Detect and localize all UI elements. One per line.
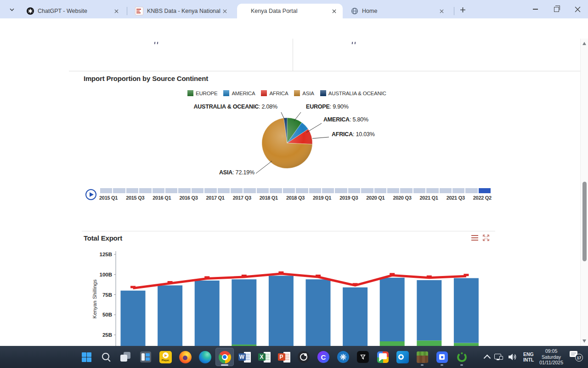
expand-fullscreen-icon[interactable] bbox=[483, 235, 489, 241]
google-chat-icon bbox=[377, 351, 389, 363]
export-bar[interactable] bbox=[195, 281, 220, 346]
tab-close-button[interactable] bbox=[437, 7, 446, 15]
tab-chatgpt[interactable]: ChatGPT - Website bbox=[22, 4, 125, 18]
export-bar[interactable] bbox=[343, 288, 368, 346]
timeline-segment[interactable] bbox=[231, 188, 243, 193]
close-window-button[interactable] bbox=[567, 0, 588, 18]
timeline-segment[interactable] bbox=[426, 188, 438, 193]
start-button[interactable] bbox=[77, 348, 96, 366]
minimize-button[interactable] bbox=[525, 0, 546, 18]
network-icon[interactable] bbox=[494, 353, 503, 361]
timeline-segment[interactable] bbox=[361, 188, 373, 193]
scrollbar-thumb[interactable] bbox=[582, 182, 587, 261]
tab-kenya-data-portal[interactable]: Kenya Data Portal bbox=[237, 4, 343, 18]
pie-label-europe: EUROPE: 9.90% bbox=[306, 104, 349, 110]
restore-button[interactable] bbox=[546, 0, 567, 18]
obs-button[interactable] bbox=[294, 348, 313, 366]
timeline-segment[interactable] bbox=[348, 188, 360, 193]
timeline-segment[interactable] bbox=[335, 188, 347, 193]
timeline-segment[interactable] bbox=[139, 188, 151, 193]
edge-button[interactable] bbox=[196, 348, 214, 366]
scroll-down-arrow-icon[interactable] bbox=[582, 339, 586, 343]
export-bar-green-segment[interactable] bbox=[380, 341, 405, 346]
timeline-segment[interactable] bbox=[309, 188, 321, 193]
tab-close-button[interactable] bbox=[330, 7, 338, 15]
legend-item-asia[interactable]: ASIA bbox=[294, 90, 314, 96]
export-bar[interactable] bbox=[121, 291, 146, 346]
excel-button[interactable]: X bbox=[255, 348, 273, 366]
google-chat-button[interactable] bbox=[373, 348, 392, 366]
import-pie-chart[interactable] bbox=[255, 111, 319, 175]
timeline-segment[interactable] bbox=[126, 188, 138, 193]
timeline-segment[interactable] bbox=[153, 188, 164, 193]
timeline-segment[interactable] bbox=[296, 188, 308, 193]
export-bar[interactable] bbox=[269, 276, 294, 346]
tab-close-button[interactable] bbox=[112, 7, 120, 15]
utility-app-button[interactable] bbox=[354, 348, 372, 366]
total-export-chart[interactable]: 125B100B75B50B25BKenyan Shillings bbox=[83, 247, 501, 346]
roblox-button[interactable] bbox=[433, 348, 451, 366]
scroll-up-arrow-icon[interactable] bbox=[582, 42, 586, 45]
timeline-segment[interactable] bbox=[257, 188, 269, 193]
language-indicator[interactable]: ENG INTL bbox=[523, 351, 534, 363]
export-bar-green-segment[interactable] bbox=[417, 340, 441, 346]
timeline-segment[interactable] bbox=[178, 188, 190, 193]
vpn-app-button[interactable] bbox=[452, 348, 471, 366]
timeline-segment[interactable] bbox=[440, 188, 452, 193]
audio-app-button[interactable] bbox=[334, 348, 352, 366]
chart-menu-icon[interactable] bbox=[471, 235, 478, 241]
volume-icon[interactable] bbox=[509, 353, 518, 361]
new-tab-button[interactable] bbox=[457, 4, 468, 15]
tab-search-button[interactable] bbox=[6, 4, 17, 15]
tray-chevron-up-icon[interactable] bbox=[484, 354, 491, 362]
tab-close-button[interactable] bbox=[220, 7, 229, 15]
timeline-segment[interactable] bbox=[374, 188, 386, 193]
word-button[interactable]: W bbox=[235, 348, 254, 366]
legend-item-africa[interactable]: AFRICA bbox=[261, 90, 288, 96]
export-bar[interactable] bbox=[454, 278, 479, 343]
notification-center-button[interactable]: 17 bbox=[570, 350, 585, 364]
timeline-segment[interactable] bbox=[192, 188, 204, 193]
firefox-button[interactable] bbox=[176, 348, 194, 366]
timeline-segment[interactable] bbox=[204, 188, 216, 193]
search-button[interactable] bbox=[97, 348, 115, 366]
timeline-segment[interactable] bbox=[270, 188, 282, 193]
timeline-segment[interactable] bbox=[100, 188, 112, 193]
export-bar[interactable] bbox=[380, 278, 405, 341]
clipchamp-button[interactable]: C bbox=[314, 348, 333, 366]
timeline-segment[interactable] bbox=[322, 188, 334, 193]
export-bar[interactable] bbox=[158, 285, 182, 346]
timeline-segment[interactable] bbox=[413, 188, 425, 193]
timeline-segment-selected[interactable] bbox=[479, 188, 491, 193]
tab-knbs[interactable]: KNBS Data - Kenya National Bu bbox=[130, 4, 233, 18]
legend-item-america[interactable]: AMERICA bbox=[223, 90, 255, 96]
timeline-play-button[interactable] bbox=[85, 189, 96, 200]
legend-item-europe[interactable]: EUROPE bbox=[187, 90, 217, 96]
minecraft-button[interactable] bbox=[413, 348, 431, 366]
timeline-segment[interactable] bbox=[113, 188, 125, 193]
media-player-button[interactable]: Player bbox=[156, 348, 175, 366]
timeline-segment[interactable] bbox=[165, 188, 177, 193]
chrome-button[interactable] bbox=[215, 348, 234, 366]
timeline-segment[interactable] bbox=[452, 188, 464, 193]
page-scrollbar[interactable] bbox=[580, 39, 588, 346]
legend-item-australia-oceanic[interactable]: AUSTRALIA & OCEANIC bbox=[320, 90, 386, 96]
timeline-segment[interactable] bbox=[465, 188, 477, 193]
taskbar-clock[interactable]: 09:05 Saturday 01/11/2025 bbox=[539, 348, 563, 366]
file-explorer-button[interactable] bbox=[136, 348, 155, 366]
timeline-segment[interactable] bbox=[283, 188, 295, 193]
powerpoint-button[interactable]: P bbox=[275, 348, 293, 366]
timeline-segment[interactable] bbox=[243, 188, 255, 193]
timeline-segment[interactable] bbox=[400, 188, 412, 193]
tab-title: Kenya Data Portal bbox=[251, 8, 330, 14]
outlook-button[interactable] bbox=[393, 348, 412, 366]
tab-title: ChatGPT - Website bbox=[38, 8, 112, 14]
task-view-button[interactable] bbox=[117, 348, 135, 366]
timeline-slider[interactable] bbox=[100, 188, 491, 193]
tab-home[interactable]: Home bbox=[346, 4, 450, 18]
export-bar[interactable] bbox=[306, 279, 331, 346]
timeline-segment[interactable] bbox=[218, 188, 230, 193]
export-bar[interactable] bbox=[417, 280, 441, 340]
timeline-segment[interactable] bbox=[387, 188, 399, 193]
export-bar[interactable] bbox=[232, 279, 256, 345]
